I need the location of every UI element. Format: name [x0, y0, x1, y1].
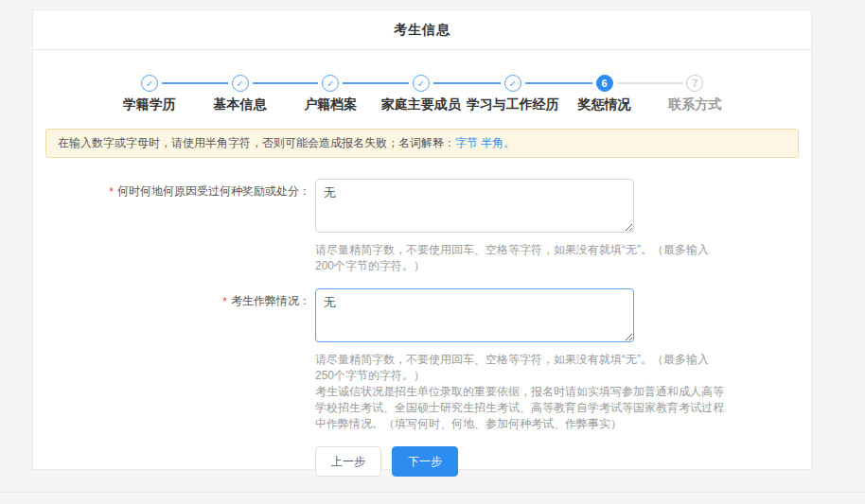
required-asterisk: * — [222, 293, 227, 432]
step-connector — [707, 82, 740, 84]
step-connector — [617, 82, 650, 84]
candidate-info-panel: 考生信息 ✓ 学籍学历 ✓ 基本信息 ✓ 户籍档案 — [32, 9, 812, 470]
step-connector — [559, 82, 592, 84]
label-text: 何时何地何原因受过何种奖励或处分： — [117, 183, 310, 274]
link-byte-term[interactable]: 字节 — [455, 136, 478, 149]
step-top: ✓ — [195, 75, 286, 92]
step-connector — [467, 82, 501, 84]
step-number-badge: 6 — [596, 75, 613, 92]
check-icon: ✓ — [322, 75, 339, 92]
cheating-field-hint: 请尽量精简字数，不要使用回车、空格等字符，如果没有就填“无”。（最多输入250个… — [315, 352, 727, 384]
step-connector — [162, 82, 195, 84]
step-jiben-xinxi[interactable]: ✓ 基本信息 — [195, 75, 286, 113]
required-asterisk: * — [109, 183, 114, 274]
step-connector — [253, 82, 286, 84]
step-connector — [104, 82, 137, 84]
label-text: 考生作弊情况： — [231, 293, 310, 432]
rewards-field-label: * 何时何地何原因受过何种奖励或处分： — [33, 179, 310, 274]
step-huji-dangan[interactable]: ✓ 户籍档案 — [285, 75, 376, 113]
step-label: 联系方式 — [668, 96, 721, 113]
notice-suffix: 。 — [503, 136, 515, 149]
step-top: 6 — [559, 75, 650, 92]
step-label: 学籍学历 — [123, 96, 176, 113]
step-jiating-chengyuan[interactable]: ✓ 家庭主要成员 — [376, 75, 467, 113]
rewards-field-control: 无 请尽量精简字数，不要使用回车、空格等字符，如果没有就填“无”。（最多输入20… — [315, 179, 727, 274]
halfwidth-notice-bar: 在输入数字或字母时，请使用半角字符，否则可能会造成报名失败；名词解释：字节 半角… — [45, 129, 799, 158]
check-icon: ✓ — [504, 75, 521, 92]
step-connector — [285, 82, 318, 84]
step-connector — [525, 82, 559, 84]
notice-text: 在输入数字或字母时，请使用半角字符，否则可能会造成报名失败；名词解释： — [58, 136, 455, 149]
cheating-field-label: * 考生作弊情况： — [33, 288, 310, 432]
panel-header: 考生信息 — [33, 10, 811, 50]
step-xuexi-gongzuo[interactable]: ✓ 学习与工作经历 — [467, 75, 559, 113]
check-icon: ✓ — [413, 75, 430, 92]
step-label: 家庭主要成员 — [381, 96, 461, 113]
wizard-buttons: 上一步 下一步 — [315, 446, 811, 477]
step-connector — [195, 82, 228, 84]
step-jiangcheng-qingkuang[interactable]: 6 奖惩情况 — [559, 75, 650, 113]
step-connector — [649, 82, 682, 84]
wizard-stepper: ✓ 学籍学历 ✓ 基本信息 ✓ 户籍档案 ✓ — [104, 75, 740, 113]
rewards-field-hint: 请尽量精简字数，不要使用回车、空格等字符，如果没有就填“无”。（最多输入200个… — [315, 242, 727, 274]
check-icon: ✓ — [232, 75, 249, 92]
step-label: 奖惩情况 — [578, 96, 631, 113]
step-label: 基本信息 — [214, 96, 267, 113]
form-row-rewards: * 何时何地何原因受过何种奖励或处分： 无 请尽量精简字数，不要使用回车、空格等… — [33, 179, 811, 274]
step-label: 学习与工作经历 — [467, 96, 559, 113]
form-row-cheating: * 考生作弊情况： 无 请尽量精简字数，不要使用回车、空格等字符，如果没有就填“… — [33, 288, 811, 432]
step-top: 7 — [649, 75, 740, 92]
cheating-textarea[interactable]: 无 — [315, 288, 634, 342]
step-lianxi-fangshi[interactable]: 7 联系方式 — [649, 75, 740, 113]
step-top: ✓ — [467, 75, 559, 92]
page-footer-divider — [0, 492, 865, 493]
step-number-badge: 7 — [686, 75, 703, 92]
step-top: ✓ — [285, 75, 376, 92]
step-connector — [376, 82, 409, 84]
step-top: ✓ — [104, 75, 195, 92]
check-icon: ✓ — [141, 75, 158, 92]
step-label: 户籍档案 — [304, 96, 357, 113]
page-title: 考生信息 — [394, 22, 450, 39]
step-connector — [343, 82, 376, 84]
rewards-punishment-form: * 何时何地何原因受过何种奖励或处分： 无 请尽量精简字数，不要使用回车、空格等… — [33, 179, 811, 477]
step-top: ✓ — [376, 75, 467, 92]
next-step-button[interactable]: 下一步 — [392, 446, 458, 477]
link-halfwidth-term[interactable]: 半角 — [481, 136, 503, 149]
cheating-field-hint2: 考生诚信状况是招生单位录取的重要依据，报名时请如实填写参加普通和成人高等学校招生… — [315, 384, 727, 432]
step-xueji-xueli[interactable]: ✓ 学籍学历 — [104, 75, 195, 113]
prev-step-button[interactable]: 上一步 — [315, 446, 381, 477]
cheating-field-control: 无 请尽量精简字数，不要使用回车、空格等字符，如果没有就填“无”。（最多输入25… — [315, 288, 727, 432]
step-connector — [433, 82, 467, 84]
rewards-textarea[interactable]: 无 — [315, 179, 634, 233]
